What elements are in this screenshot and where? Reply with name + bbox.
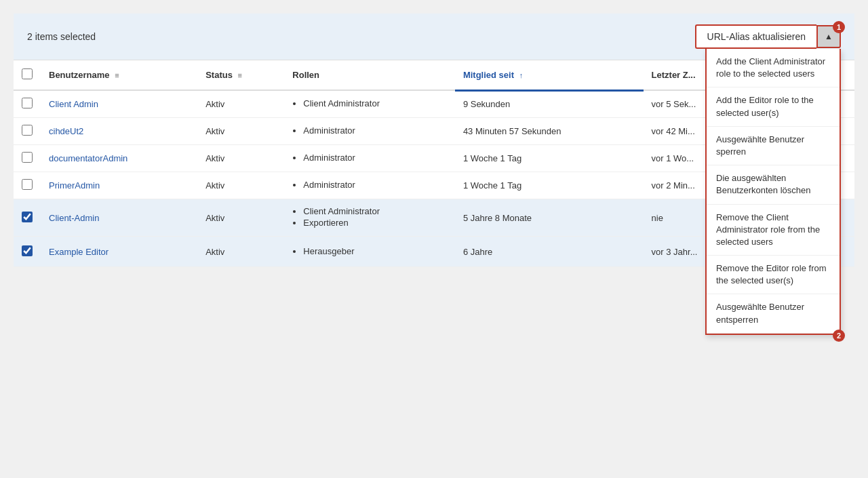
- row-checkbox-cell: [14, 145, 41, 172]
- row-status: Aktiv: [197, 172, 284, 199]
- row-roles: Client Administrator: [284, 90, 455, 118]
- row-username: cihdeUt2: [41, 118, 197, 145]
- selection-bar: 2 items selected URL-Alias aktualisieren…: [14, 14, 854, 60]
- row-username: Example Editor: [41, 237, 197, 267]
- row-checkbox-cell: [14, 90, 41, 118]
- chevron-up-icon: ▲: [825, 32, 833, 41]
- action-button-group: URL-Alias aktualisieren ▲ 1 Add the Clie…: [695, 24, 841, 49]
- user-link[interactable]: PrimerAdmin: [49, 180, 100, 191]
- row-checkbox[interactable]: [22, 212, 33, 222]
- row-status: Aktiv: [197, 199, 284, 237]
- role-item: Client Administrator: [303, 206, 447, 216]
- row-checkbox-cell: [14, 199, 41, 237]
- role-item: Exportieren: [303, 218, 447, 228]
- role-item: Administrator: [303, 125, 447, 136]
- row-member-since: 1 Woche 1 Tag: [455, 172, 644, 199]
- dropdown-item-unlock-users[interactable]: Ausgewählte Benutzer entsperren: [707, 294, 840, 333]
- role-item: Herausgeber: [303, 246, 447, 256]
- header-username[interactable]: Benutzername ≡: [41, 60, 197, 90]
- select-all-checkbox[interactable]: [22, 68, 33, 79]
- selection-count: 2 items selected: [27, 31, 96, 42]
- row-checkbox-cell: [14, 118, 41, 145]
- row-checkbox[interactable]: [22, 125, 33, 136]
- row-member-since: 1 Woche 1 Tag: [455, 145, 644, 172]
- row-status: Aktiv: [197, 237, 284, 267]
- row-roles: Administrator: [284, 145, 455, 172]
- row-checkbox[interactable]: [22, 98, 33, 108]
- user-link[interactable]: Example Editor: [49, 247, 108, 257]
- action-main-button[interactable]: URL-Alias aktualisieren: [695, 24, 817, 49]
- dropdown-item-delete-accounts[interactable]: Die ausgewählten Benutzerkonten löschen: [707, 165, 840, 204]
- row-status: Aktiv: [197, 90, 284, 118]
- row-username: documentatorAdmin: [41, 145, 197, 172]
- badge-2: 2: [833, 330, 845, 342]
- action-dropdown-button[interactable]: ▲ 1: [816, 25, 841, 48]
- row-username: Client Admin: [41, 90, 197, 118]
- row-status: Aktiv: [197, 118, 284, 145]
- row-username: PrimerAdmin: [41, 172, 197, 199]
- role-item: Client Administrator: [303, 98, 447, 108]
- row-roles: Administrator: [284, 172, 455, 199]
- dropdown-item-add-editor[interactable]: Add the Editor role to the selected user…: [707, 87, 840, 126]
- row-checkbox-cell: [14, 172, 41, 199]
- sort-icon-username: ≡: [115, 71, 119, 79]
- row-checkbox[interactable]: [22, 179, 33, 190]
- row-roles: Administrator: [284, 118, 455, 145]
- header-status[interactable]: Status ≡: [197, 60, 284, 90]
- row-status: Aktiv: [197, 145, 284, 172]
- badge-1: 1: [833, 21, 845, 33]
- sort-icon-member-since: ↑: [519, 71, 524, 79]
- row-checkbox-cell: [14, 237, 41, 267]
- role-item: Administrator: [303, 153, 447, 163]
- row-member-since: 6 Jahre: [455, 237, 644, 267]
- row-username: Client-Admin: [41, 199, 197, 237]
- header-member-since[interactable]: Mitglied seit ↑: [455, 60, 644, 90]
- sort-icon-status: ≡: [238, 71, 242, 79]
- dropdown-item-add-client-admin[interactable]: Add the Client Administrator role to the…: [707, 49, 840, 87]
- user-link[interactable]: Client-Admin: [49, 213, 99, 223]
- dropdown-item-remove-client-admin[interactable]: Remove the Client Administrator role fro…: [707, 205, 840, 256]
- user-link[interactable]: cihdeUt2: [49, 126, 83, 136]
- row-checkbox[interactable]: [22, 245, 33, 256]
- row-checkbox[interactable]: [22, 152, 33, 163]
- header-checkbox-cell: [14, 60, 41, 90]
- row-roles: Herausgeber: [284, 237, 455, 267]
- header-roles: Rollen: [284, 60, 455, 90]
- row-roles: Client AdministratorExportieren: [284, 199, 455, 237]
- dropdown-item-lock-users[interactable]: Ausgewählte Benutzer sperren: [707, 127, 840, 165]
- dropdown-item-remove-editor[interactable]: Remove the Editor role from the selected…: [707, 256, 840, 294]
- row-member-since: 9 Sekunden: [455, 90, 644, 118]
- dropdown-menu: Add the Client Administrator role to the…: [705, 49, 841, 335]
- user-link[interactable]: Client Admin: [49, 99, 98, 109]
- row-member-since: 5 Jahre 8 Monate: [455, 199, 644, 237]
- role-item: Administrator: [303, 180, 447, 190]
- user-link[interactable]: documentatorAdmin: [49, 153, 127, 163]
- row-member-since: 43 Minuten 57 Sekunden: [455, 118, 644, 145]
